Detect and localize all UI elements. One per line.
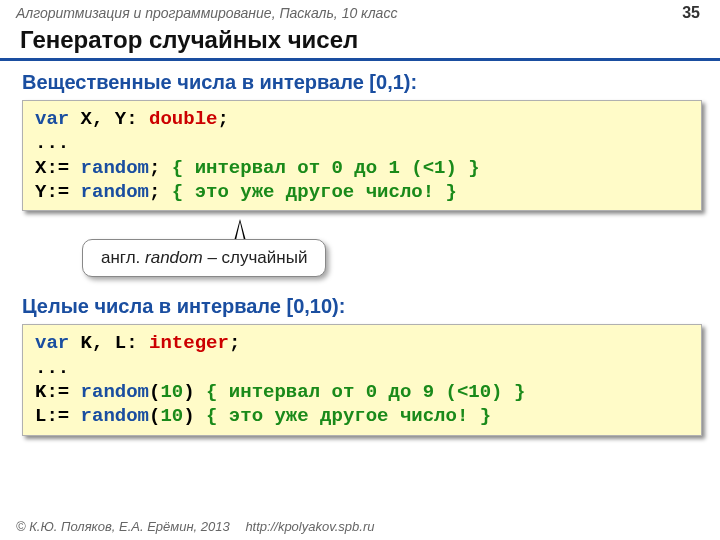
kw-random: random: [81, 405, 149, 427]
callout-wrap: англ. random – случайный: [82, 221, 702, 287]
arg10: 10: [160, 405, 183, 427]
content: Вещественные числа в интервале [0,1): va…: [0, 61, 720, 436]
course-label: Алгоритмизация и программирование, Паска…: [16, 5, 397, 21]
kw-random: random: [81, 157, 149, 179]
copyright: © К.Ю. Поляков, Е.А. Ерёмин, 2013: [16, 519, 230, 534]
kw-var: var: [35, 332, 69, 354]
comment: { интервал от 0 до 1 (<1) }: [160, 157, 479, 179]
callout-box: англ. random – случайный: [82, 239, 326, 277]
footer-url: http://kpolyakov.spb.ru: [245, 519, 374, 534]
footer: © К.Ю. Поляков, Е.А. Ерёмин, 2013 http:/…: [16, 519, 374, 534]
comment: { это уже другое число! }: [195, 405, 491, 427]
kw-double: double: [149, 108, 217, 130]
code-block-2: var K, L: integer; ... K:= random(10) { …: [22, 324, 702, 435]
comment: { это уже другое число! }: [160, 181, 456, 203]
page-number: 35: [682, 4, 700, 22]
callout-word: random: [145, 248, 203, 267]
callout-pointer-icon: [234, 219, 246, 241]
section2-heading: Целые числа в интервале [0,10):: [22, 295, 702, 318]
kw-integer: integer: [149, 332, 229, 354]
header-bar: Алгоритмизация и программирование, Паска…: [0, 0, 720, 24]
kw-random: random: [81, 381, 149, 403]
arg10: 10: [160, 381, 183, 403]
code-block-1: var X, Y: double; ... X:= random; { инте…: [22, 100, 702, 211]
comment: { интервал от 0 до 9 (<10) }: [195, 381, 526, 403]
page-title: Генератор случайных чисел: [0, 24, 720, 61]
kw-random: random: [81, 181, 149, 203]
section1-heading: Вещественные числа в интервале [0,1):: [22, 71, 702, 94]
kw-var: var: [35, 108, 69, 130]
